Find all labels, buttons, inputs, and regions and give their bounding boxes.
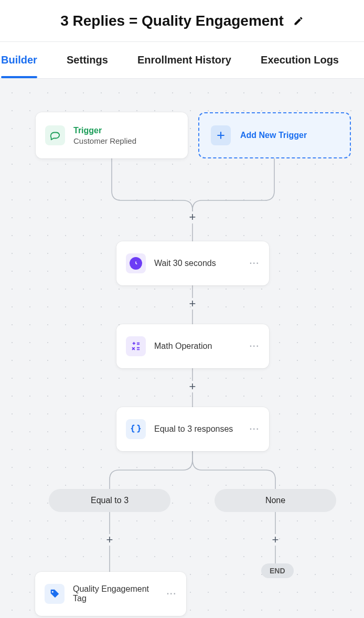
plus-icon (211, 125, 231, 145)
workflow-canvas[interactable]: + + + + + Trigger Customer Replied Add N… (0, 79, 364, 618)
tab-builder[interactable]: Builder (1, 42, 37, 78)
tab-settings[interactable]: Settings (67, 42, 108, 78)
tab-execution-logs[interactable]: Execution Logs (261, 42, 339, 78)
add-trigger-label: Add New Trigger (240, 131, 307, 140)
add-step-icon[interactable]: + (187, 381, 198, 392)
tab-enrollment-history[interactable]: Enrollment History (137, 42, 231, 78)
branch-none[interactable]: None (215, 489, 336, 512)
branch-equal-to-3[interactable]: Equal to 3 (49, 489, 170, 512)
condition-node[interactable]: Equal to 3 responses ··· (116, 407, 269, 451)
more-icon[interactable]: ··· (242, 259, 260, 268)
tabs-bar: Builder Settings Enrollment History Exec… (0, 42, 364, 79)
tag-node[interactable]: Quality Engagement Tag ··· (35, 572, 186, 616)
trigger-node[interactable]: Trigger Customer Replied (36, 112, 188, 158)
add-step-icon[interactable]: + (187, 298, 198, 310)
tag-label: Quality Engagement Tag (73, 584, 159, 603)
add-step-icon[interactable]: + (104, 534, 115, 546)
tag-icon (45, 584, 65, 604)
edit-icon[interactable] (293, 16, 304, 26)
clock-icon (126, 253, 146, 273)
page-header: 3 Replies = Quality Engagement (0, 0, 364, 42)
add-new-trigger-button[interactable]: Add New Trigger (198, 112, 351, 158)
chat-icon (45, 125, 65, 145)
math-label: Math Operation (154, 342, 212, 351)
math-icon (126, 336, 146, 356)
trigger-title: Trigger (73, 126, 136, 135)
more-icon[interactable]: ··· (242, 424, 260, 434)
more-icon[interactable]: ··· (159, 589, 177, 599)
braces-icon (126, 419, 146, 439)
add-step-icon[interactable]: + (270, 534, 281, 546)
condition-label: Equal to 3 responses (154, 424, 233, 434)
wait-label: Wait 30 seconds (154, 259, 216, 268)
add-step-icon[interactable]: + (187, 211, 198, 223)
end-node: END (261, 563, 294, 578)
page-title: 3 Replies = Quality Engagement (60, 13, 284, 29)
more-icon[interactable]: ··· (242, 342, 260, 351)
svg-point-0 (52, 591, 53, 593)
wait-node[interactable]: Wait 30 seconds ··· (116, 241, 269, 285)
trigger-subtitle: Customer Replied (73, 136, 136, 145)
math-node[interactable]: Math Operation ··· (116, 324, 269, 368)
